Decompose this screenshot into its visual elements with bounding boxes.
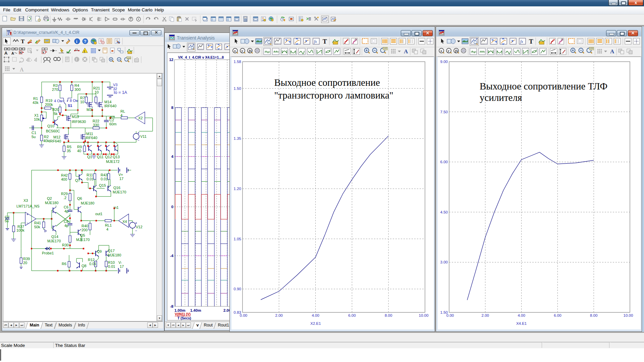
- svg-text:MJE180: MJE180: [45, 201, 58, 205]
- svg-text:−: −: [135, 229, 137, 233]
- svg-text:60m: 60m: [109, 122, 116, 126]
- svg-text:R1: R1: [33, 97, 38, 101]
- svg-text:4.50: 4.50: [440, 210, 448, 214]
- svg-text:Выходное сопротивление: Выходное сопротивление: [274, 77, 380, 88]
- svg-text:R40: R40: [82, 224, 88, 228]
- svg-text:3.00: 3.00: [440, 260, 448, 264]
- svg-text:8 Ом: 8 Ом: [70, 99, 78, 103]
- svg-text:4.00: 4.00: [518, 313, 525, 317]
- svg-text:x: x: [234, 49, 236, 53]
- svg-text:8: 8: [171, 106, 174, 110]
- svg-text:R4: R4: [74, 83, 79, 87]
- svg-text:100: 100: [383, 47, 387, 50]
- svg-text:10: 10: [80, 100, 84, 104]
- svg-text:C2: C2: [109, 118, 114, 122]
- svg-text:5k: 5k: [54, 112, 58, 116]
- svg-text:C1: C1: [32, 131, 36, 135]
- svg-text:MJE180: MJE180: [108, 253, 121, 257]
- svg-text:17: 17: [120, 264, 124, 268]
- svg-text:1.50: 1.50: [234, 86, 241, 90]
- svg-text:X4.E1: X4.E1: [516, 321, 527, 325]
- svg-text:4p: 4p: [64, 209, 68, 213]
- svg-text:R11: R11: [87, 173, 93, 177]
- svg-text:V: V: [42, 51, 44, 54]
- svg-text:4.00: 4.00: [312, 313, 319, 317]
- svg-text:A: A: [4, 51, 8, 56]
- svg-text:R6: R6: [62, 262, 66, 266]
- svg-text:R9: R9: [77, 145, 82, 149]
- svg-text:C6: C6: [64, 205, 68, 209]
- svg-text:100: 100: [127, 57, 131, 59]
- svg-text:10.00: 10.00: [419, 313, 429, 317]
- svg-text:40: 40: [77, 149, 81, 153]
- svg-text:4: 4: [120, 113, 122, 117]
- svg-text:X1: X1: [34, 113, 39, 117]
- svg-text:fx: fx: [520, 39, 523, 44]
- svg-text:X2.E1: X2.E1: [310, 321, 321, 325]
- svg-text:fx: fx: [314, 39, 317, 44]
- svg-text:50k: 50k: [34, 225, 40, 229]
- svg-text:1.20: 1.20: [234, 187, 241, 191]
- svg-text:out1: out1: [95, 212, 102, 216]
- svg-text:V3: V3: [113, 83, 117, 87]
- svg-text:0.00: 0.00: [240, 313, 247, 317]
- svg-text:17: 17: [119, 177, 123, 181]
- svg-text:Q15: Q15: [99, 183, 106, 187]
- svg-text:LM7171A_NS: LM7171A_NS: [16, 204, 40, 208]
- svg-text:V11: V11: [140, 134, 147, 138]
- svg-text:4: 4: [106, 227, 108, 231]
- svg-text:R41: R41: [34, 221, 41, 225]
- svg-text:100: 100: [590, 47, 593, 50]
- svg-text:6.00: 6.00: [348, 313, 356, 317]
- svg-text:200: 200: [82, 228, 88, 232]
- svg-text:V12: V12: [136, 225, 143, 229]
- svg-text:усилителя: усилителя: [480, 92, 522, 103]
- svg-text:M14: M14: [104, 100, 111, 104]
- svg-text:5u: 5u: [32, 135, 36, 139]
- svg-text:2.00: 2.00: [482, 313, 489, 317]
- svg-text:M11: M11: [86, 132, 93, 136]
- svg-text:R29: R29: [61, 192, 68, 196]
- svg-text:R19: R19: [46, 99, 52, 103]
- svg-text:100k: 100k: [16, 228, 24, 232]
- svg-text:MJE170: MJE170: [113, 190, 126, 194]
- svg-text:Q12: Q12: [105, 155, 112, 159]
- svg-text:Q2: Q2: [47, 196, 52, 200]
- svg-text:4p: 4p: [64, 224, 68, 228]
- svg-text:Q17: Q17: [108, 249, 115, 253]
- svg-text:1.58: 1.58: [234, 60, 241, 64]
- svg-text:270: 270: [52, 87, 58, 92]
- svg-text:V-: V-: [118, 260, 122, 264]
- svg-text:−: −: [26, 221, 29, 225]
- svg-text:1.35: 1.35: [234, 136, 241, 140]
- svg-text:6.00: 6.00: [554, 313, 561, 317]
- svg-text:-4: -4: [170, 254, 174, 258]
- svg-text:MJE170: MJE170: [47, 239, 61, 243]
- svg-text:A: A: [404, 48, 408, 55]
- svg-text:VK_4_t_4.CIR v X4.E1=1...8: VK_4_t_4.CIR v X4.E1=1...8: [178, 55, 224, 59]
- svg-text:1.05: 1.05: [234, 237, 241, 241]
- svg-text:R5: R5: [67, 145, 71, 149]
- svg-text:S1: S1: [68, 104, 72, 108]
- svg-text:X3: X3: [23, 198, 28, 202]
- svg-text:T: T: [21, 38, 25, 45]
- svg-text:Q5: Q5: [80, 233, 85, 237]
- svg-text:4: 4: [171, 155, 174, 159]
- svg-text:R22: R22: [93, 119, 99, 123]
- svg-text:10.00: 10.00: [624, 313, 633, 317]
- svg-text:0.01: 0.01: [89, 262, 96, 266]
- svg-text:R3: R3: [53, 83, 58, 87]
- svg-text:RL1: RL1: [105, 223, 112, 227]
- svg-text:R21: R21: [93, 86, 100, 90]
- svg-text:MJE172: MJE172: [106, 160, 119, 164]
- svg-text:V(IN1) (V): V(IN1) (V): [175, 312, 191, 316]
- svg-text:IRF9630: IRF9630: [72, 120, 86, 124]
- svg-text:+: +: [26, 213, 29, 216]
- svg-text:Q13: Q13: [113, 155, 120, 159]
- svg-text:X2: X2: [138, 116, 143, 120]
- svg-text:MJE180: MJE180: [81, 201, 94, 205]
- svg-text:0.01: 0.01: [108, 264, 115, 268]
- svg-text:C8: C8: [64, 220, 68, 224]
- svg-text:fx: fx: [249, 49, 252, 53]
- svg-text:−: −: [138, 138, 140, 142]
